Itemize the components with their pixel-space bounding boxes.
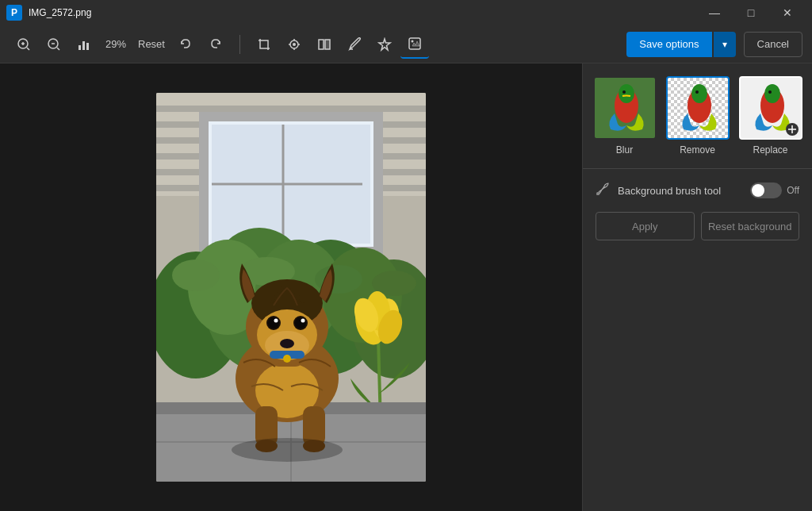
maximize-button[interactable]: □: [733, 0, 769, 25]
svg-rect-17: [325, 40, 330, 49]
bg-thumb-replace: Preview: [739, 76, 802, 140]
save-controls: Save options ▾ Cancel: [626, 32, 802, 57]
svg-rect-8: [82, 41, 85, 50]
svg-point-70: [274, 319, 278, 323]
svg-point-81: [691, 84, 707, 103]
toggle-state-label: Off: [787, 185, 799, 196]
brush-icon: [596, 182, 610, 199]
svg-rect-7: [79, 45, 81, 50]
brush-tool-toggle[interactable]: [750, 182, 782, 198]
right-panel: Blur Preview Remove: [582, 63, 812, 511]
brush-tool-row: Background brush tool Off: [596, 182, 799, 199]
toggle-wrapper: Off: [750, 182, 799, 198]
effects-button[interactable]: [370, 30, 399, 59]
window-title: IMG_2572.png: [29, 7, 696, 18]
svg-point-72: [280, 339, 294, 348]
title-bar: P IMG_2572.png — □ ✕: [0, 0, 812, 25]
crop-button[interactable]: [250, 30, 278, 59]
zoom-in-button[interactable]: [10, 30, 38, 59]
svg-point-79: [622, 90, 626, 94]
dog-image: [156, 93, 426, 482]
svg-point-74: [283, 355, 291, 363]
compare-button[interactable]: [310, 30, 339, 59]
background-button[interactable]: [400, 30, 429, 59]
svg-point-75: [232, 438, 343, 462]
minimize-button[interactable]: —: [696, 0, 733, 25]
histogram-button[interactable]: [70, 30, 98, 59]
bg-option-blur[interactable]: Blur: [593, 76, 657, 156]
reset-zoom-button[interactable]: Reset: [133, 30, 170, 59]
save-options-button[interactable]: Save options: [626, 32, 711, 57]
bg-thumb-blur: [593, 76, 657, 140]
chevron-down-icon: ▾: [722, 39, 727, 50]
bg-option-replace[interactable]: Preview Replace: [739, 76, 802, 156]
zoom-out-button[interactable]: [40, 30, 68, 59]
bg-blur-label: Blur: [616, 144, 633, 156]
svg-point-82: [695, 90, 699, 94]
toolbar: 29% Reset: [0, 25, 812, 63]
bg-replace-label: Replace: [753, 144, 787, 156]
draw-button[interactable]: [340, 30, 369, 59]
undo-button[interactable]: [171, 30, 200, 59]
close-button[interactable]: ✕: [769, 0, 806, 25]
svg-point-69: [295, 317, 306, 328]
panel-divider: [583, 168, 812, 169]
svg-point-90: [596, 192, 599, 195]
bg-options: Blur Preview Remove: [596, 76, 799, 156]
svg-point-68: [268, 317, 279, 328]
svg-point-78: [619, 84, 634, 103]
svg-point-86: [768, 90, 772, 94]
zoom-level: 29%: [100, 38, 132, 50]
svg-point-71: [301, 319, 305, 323]
svg-rect-16: [319, 40, 324, 49]
bg-thumb-remove: Preview: [666, 76, 730, 140]
apply-button[interactable]: Apply: [596, 212, 695, 240]
redo-button[interactable]: [201, 30, 230, 59]
image-container: [156, 93, 426, 482]
main-content: Blur Preview Remove: [0, 63, 812, 511]
window-controls: — □ ✕: [696, 0, 806, 25]
bg-remove-label: Remove: [680, 144, 715, 156]
toolbar-sep-1: [239, 35, 240, 54]
svg-line-3: [27, 48, 29, 50]
svg-line-6: [57, 48, 59, 50]
adjust-button[interactable]: [280, 30, 308, 59]
reset-background-button[interactable]: Reset background: [701, 212, 800, 240]
canvas-area[interactable]: [0, 63, 582, 511]
zoom-controls: 29% Reset: [10, 30, 230, 59]
cancel-button[interactable]: Cancel: [744, 32, 802, 57]
bg-option-remove[interactable]: Preview Remove: [666, 76, 730, 156]
app-icon: P: [6, 5, 22, 21]
svg-point-85: [764, 84, 780, 103]
svg-point-41: [172, 259, 220, 291]
svg-point-20: [411, 40, 413, 42]
action-buttons: Apply Reset background: [596, 212, 799, 240]
save-options-dropdown-button[interactable]: ▾: [714, 32, 736, 57]
brush-tool-label: Background brush tool: [618, 185, 742, 197]
toggle-knob: [752, 184, 764, 197]
edit-tools: [250, 30, 429, 59]
svg-point-11: [293, 43, 296, 46]
svg-rect-19: [409, 38, 420, 49]
svg-rect-9: [86, 43, 89, 50]
